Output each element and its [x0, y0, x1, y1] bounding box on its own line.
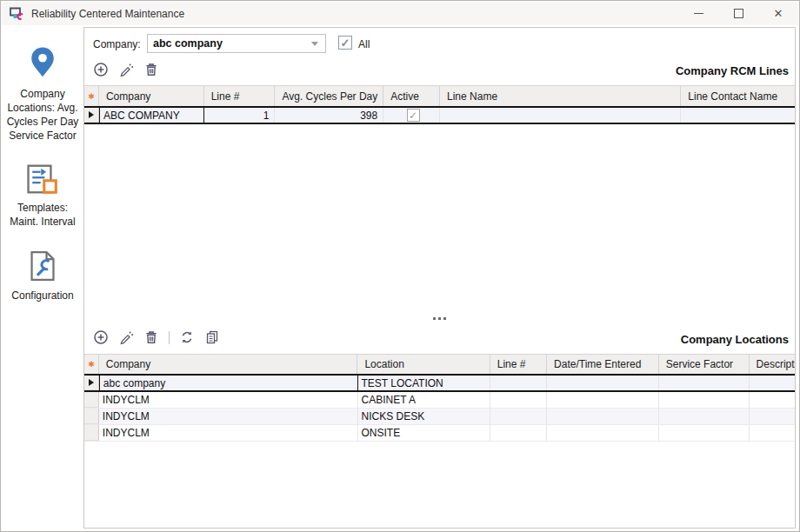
locations-toolbar	[93, 329, 220, 345]
table-row[interactable]: ABC COMPANY 1 398 ✓	[84, 108, 796, 124]
delete-button[interactable]	[143, 329, 159, 345]
column-header-line-name[interactable]: Line Name	[440, 86, 681, 106]
cell-company[interactable]: INDYCLM	[99, 409, 358, 424]
cell-location[interactable]: CABINET A	[358, 392, 490, 408]
cell-service-factor[interactable]	[659, 376, 750, 390]
add-button[interactable]	[93, 62, 109, 77]
cell-location[interactable]: NICKS DESK	[358, 409, 490, 424]
cell-line-no[interactable]	[490, 409, 547, 424]
column-header-date-entered[interactable]: Date/Time Entered	[547, 355, 659, 374]
cell-service-factor[interactable]	[659, 392, 750, 408]
cell-description[interactable]	[750, 376, 796, 390]
cell-line-no[interactable]	[490, 425, 547, 441]
cell-location[interactable]: TEST LOCATION	[358, 376, 490, 390]
asterisk-icon: ✱	[88, 92, 95, 101]
column-header-line-no[interactable]: Line #	[204, 86, 276, 106]
sidebar-nav: Company Locations: Avg. Cycles Per Day S…	[2, 25, 83, 530]
window-controls: ✕	[678, 2, 798, 25]
row-indicator-icon	[89, 111, 94, 118]
cell-line-contact[interactable]	[681, 108, 796, 123]
title-bar: Reliability Centered Maintenance ✕	[2, 2, 798, 25]
active-checkbox[interactable]: ✓	[407, 109, 420, 122]
column-header-line-no[interactable]: Line #	[490, 355, 547, 374]
row-indicator	[84, 409, 99, 424]
toolbar-separator	[169, 331, 170, 344]
row-indicator	[84, 376, 99, 390]
cell-description[interactable]	[750, 392, 796, 408]
indicator-column-header[interactable]: ✱	[84, 355, 99, 374]
sidebar-item-label: Configuration	[4, 289, 81, 303]
rcm-lines-toolbar	[93, 62, 159, 77]
row-indicator	[84, 425, 99, 441]
locations-grid: ✱ Company Location Line # Date/Time Ente…	[84, 354, 796, 442]
splitter-dots-icon	[433, 317, 436, 320]
copy-icon	[204, 329, 220, 345]
cell-company[interactable]: ABC COMPANY	[99, 108, 204, 123]
table-row[interactable]: INDYCLM NICKS DESK	[84, 409, 796, 425]
column-header-company[interactable]: Company	[99, 86, 204, 106]
locations-grid-header: ✱ Company Location Line # Date/Time Ente…	[84, 354, 796, 376]
sidebar-item-label: Company Locations: Avg. Cycles Per Day S…	[4, 87, 81, 143]
cell-service-factor[interactable]	[659, 409, 750, 424]
cell-company[interactable]: abc company	[99, 376, 358, 390]
column-header-active[interactable]: Active	[383, 86, 440, 106]
table-row[interactable]: INDYCLM CABINET A	[84, 392, 796, 409]
cell-description[interactable]	[750, 425, 796, 441]
maximize-button[interactable]	[718, 2, 758, 25]
all-checkbox[interactable]: ✓	[338, 36, 352, 50]
edit-button[interactable]	[118, 62, 134, 77]
edit-button[interactable]	[118, 329, 134, 345]
add-icon	[93, 329, 109, 345]
edit-icon	[118, 329, 134, 345]
cell-line-no[interactable]	[490, 392, 547, 408]
minimize-button[interactable]	[678, 2, 718, 25]
column-header-company[interactable]: Company	[99, 355, 358, 374]
sidebar-item-configuration[interactable]: Configuration	[4, 249, 81, 303]
column-header-line-contact[interactable]: Line Contact Name	[681, 86, 796, 106]
refresh-button[interactable]	[179, 329, 195, 345]
cell-date-entered[interactable]	[547, 376, 659, 390]
cell-active[interactable]: ✓	[383, 108, 440, 123]
delete-button[interactable]	[143, 62, 159, 77]
column-header-service-factor[interactable]: Service Factor	[659, 355, 750, 374]
all-checkbox-label: All	[358, 38, 370, 50]
cell-date-entered[interactable]	[547, 392, 659, 408]
cell-description[interactable]	[750, 409, 796, 424]
main-panel: Company: abc company ✓ All Company RCM L…	[83, 27, 796, 529]
cell-line-name[interactable]	[440, 108, 681, 123]
cell-service-factor[interactable]	[659, 425, 750, 441]
sidebar-item-company-locations[interactable]: Company Locations: Avg. Cycles Per Day S…	[4, 46, 81, 143]
add-button[interactable]	[93, 329, 109, 345]
cell-date-entered[interactable]	[547, 425, 659, 441]
cell-date-entered[interactable]	[547, 409, 659, 424]
checkbox-checked-icon: ✓	[409, 110, 417, 121]
maximize-icon	[734, 9, 743, 18]
splitter-dots-icon	[438, 317, 441, 320]
company-dropdown[interactable]: abc company	[147, 34, 326, 53]
splitter-dots-icon	[443, 317, 446, 320]
copy-button[interactable]	[204, 329, 220, 345]
column-header-avg-cycles[interactable]: Avg. Cycles Per Day	[275, 86, 383, 106]
column-header-location[interactable]: Location	[357, 355, 490, 374]
close-button[interactable]: ✕	[758, 2, 798, 25]
table-row[interactable]: abc company TEST LOCATION	[84, 376, 796, 392]
rcm-lines-grid-header: ✱ Company Line # Avg. Cycles Per Day Act…	[84, 85, 796, 108]
add-icon	[93, 62, 109, 77]
sidebar-item-templates[interactable]: Templates: Maint. Interval	[4, 163, 81, 229]
cell-line-no[interactable]: 1	[204, 108, 276, 123]
delete-icon	[143, 329, 159, 345]
cell-company[interactable]: INDYCLM	[99, 392, 358, 408]
minimize-icon	[694, 13, 703, 14]
refresh-icon	[179, 329, 195, 345]
table-row[interactable]: INDYCLM ONSITE	[84, 425, 796, 442]
row-indicator	[84, 108, 99, 123]
cell-avg-cycles[interactable]: 398	[275, 108, 383, 123]
templates-icon	[25, 163, 60, 198]
location-pin-icon	[28, 46, 57, 84]
cell-line-no[interactable]	[490, 376, 547, 390]
cell-location[interactable]: ONSITE	[358, 425, 490, 441]
splitter-handle[interactable]	[84, 315, 795, 322]
cell-company[interactable]: INDYCLM	[99, 425, 358, 441]
column-header-description[interactable]: Description	[750, 355, 796, 374]
indicator-column-header[interactable]: ✱	[84, 86, 99, 106]
